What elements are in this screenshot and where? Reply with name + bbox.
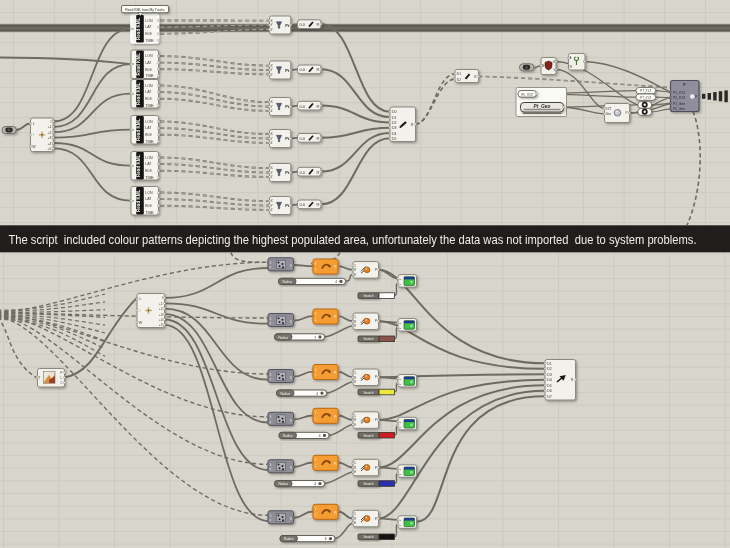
- svg-text:Pt: Pt: [285, 23, 290, 28]
- svg-text:PT_XYZ: PT_XYZ: [640, 89, 651, 93]
- svg-text:TIME: TIME: [145, 211, 154, 215]
- svg-text:0.0: 0.0: [300, 202, 306, 207]
- svg-text:Pl: Pl: [334, 371, 337, 375]
- svg-text:Swatch: Swatch: [363, 482, 373, 486]
- svg-text:Swatch: Swatch: [363, 535, 373, 539]
- svg-text:R: R: [290, 419, 292, 423]
- svg-text:Geo: Geo: [606, 112, 612, 116]
- svg-text:R: R: [354, 376, 356, 380]
- svg-text:TIME: TIME: [145, 176, 154, 180]
- svg-text:G: G: [399, 378, 401, 381]
- svg-text:Radius: Radius: [282, 280, 292, 284]
- svg-text:G: G: [399, 322, 401, 325]
- svg-text:Read KML: Read KML: [136, 154, 141, 177]
- svg-text:Pl: Pl: [334, 415, 337, 419]
- svg-text:S: S: [270, 415, 272, 419]
- svg-text:Pl: Pl: [334, 511, 337, 515]
- svg-text:ELE: ELE: [145, 68, 152, 72]
- svg-text:Read KML: Read KML: [136, 82, 141, 105]
- svg-text:C: C: [315, 373, 317, 377]
- svg-text:P: P: [375, 319, 377, 323]
- svg-text:Radius: Radius: [278, 336, 288, 340]
- svg-text:0.0: 0.0: [300, 67, 306, 72]
- svg-text:P: P: [375, 268, 377, 272]
- svg-text:+4: +4: [48, 142, 52, 146]
- svg-text:LAT: LAT: [145, 162, 152, 166]
- svg-text:Radius: Radius: [280, 392, 290, 396]
- svg-text:Z: Z: [271, 141, 273, 145]
- svg-text:6: 6: [325, 537, 327, 541]
- svg-text:C: C: [354, 264, 356, 268]
- svg-text:E: E: [354, 324, 356, 328]
- svg-text:XYZ: XYZ: [606, 107, 612, 111]
- svg-text:C: C: [354, 315, 356, 319]
- svg-text:R: R: [316, 105, 319, 109]
- svg-text:Y: Y: [271, 68, 273, 72]
- svg-text:ELE: ELE: [145, 97, 152, 101]
- svg-text:Z: Z: [271, 109, 273, 113]
- svg-text:C: C: [315, 513, 317, 517]
- svg-text:E: E: [354, 470, 356, 474]
- svg-text:P: P: [270, 322, 272, 326]
- svg-text:The script included colour pa: The script included colour patterns depi…: [9, 233, 697, 247]
- svg-text:Swatch: Swatch: [363, 294, 373, 298]
- svg-text:C: C: [354, 461, 356, 465]
- svg-text:LON: LON: [145, 54, 153, 58]
- svg-text:R: R: [316, 68, 319, 72]
- svg-text:+5: +5: [48, 147, 52, 151]
- svg-text:G: G: [399, 468, 401, 471]
- svg-text:B: B: [542, 64, 544, 68]
- svg-text:C: C: [354, 414, 356, 418]
- svg-text:Pl: Pl: [334, 462, 337, 466]
- svg-text:G: G: [399, 421, 401, 424]
- svg-text:P: P: [625, 111, 627, 115]
- svg-text:C: C: [354, 371, 356, 375]
- svg-text:+5: +5: [159, 323, 163, 327]
- svg-text:I: I: [140, 309, 141, 313]
- svg-text:P2_XYZ: P2_XYZ: [673, 96, 685, 100]
- svg-text:LAT: LAT: [145, 61, 152, 65]
- svg-text:LAT: LAT: [145, 197, 152, 201]
- svg-text:Pt: Pt: [285, 136, 290, 141]
- svg-text:R: R: [316, 137, 319, 141]
- svg-text:D2: D2: [392, 121, 397, 125]
- svg-text:R: R: [354, 268, 356, 272]
- svg-text:V: V: [315, 262, 317, 266]
- svg-text:E: E: [354, 521, 356, 525]
- svg-text:W: W: [570, 65, 573, 69]
- svg-text:R: R: [290, 320, 292, 324]
- svg-text:D1: D1: [392, 116, 397, 120]
- svg-text:Y: Y: [271, 23, 273, 27]
- svg-text:+3: +3: [159, 313, 163, 317]
- svg-text:C: C: [315, 464, 317, 468]
- svg-text:0.0: 0.0: [300, 170, 306, 175]
- svg-text:P: P: [270, 519, 272, 523]
- svg-text:LON: LON: [145, 191, 153, 195]
- svg-text:D4: D4: [392, 132, 397, 136]
- svg-text:Y: Y: [271, 171, 273, 175]
- svg-text:Swatch: Swatch: [363, 337, 373, 341]
- svg-text:TIME: TIME: [145, 104, 154, 108]
- svg-text:I: I: [50, 120, 51, 124]
- svg-text:+1: +1: [48, 125, 52, 129]
- svg-text:4: 4: [335, 280, 337, 284]
- svg-text:Swatch: Swatch: [363, 434, 373, 438]
- svg-text:LAT: LAT: [145, 90, 152, 94]
- svg-text:P: P: [695, 95, 697, 99]
- svg-text:D6: D6: [547, 389, 552, 393]
- svg-text:P: P: [375, 466, 377, 470]
- svg-text:P: P: [375, 517, 377, 521]
- svg-text:R: R: [316, 203, 319, 207]
- svg-text:Pt: Pt: [285, 104, 290, 109]
- svg-text:ELE: ELE: [145, 32, 152, 36]
- svg-text:Read KML: Read KML: [136, 118, 141, 141]
- svg-text:C: C: [354, 512, 356, 516]
- svg-text:I: I: [33, 133, 34, 137]
- svg-text:R: R: [354, 517, 356, 521]
- svg-text:4: 4: [319, 434, 321, 438]
- svg-text:R: R: [316, 23, 319, 27]
- svg-text:Radius: Radius: [278, 482, 288, 486]
- svg-text:ELE: ELE: [145, 204, 152, 208]
- svg-text:L: L: [140, 297, 142, 301]
- svg-text:Read KML: Read KML: [136, 189, 141, 212]
